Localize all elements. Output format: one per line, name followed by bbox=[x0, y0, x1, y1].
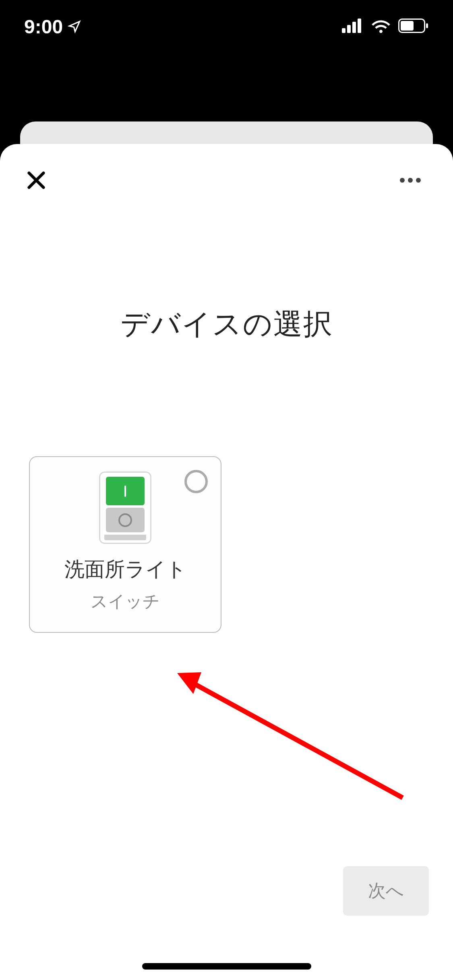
svg-rect-6 bbox=[426, 23, 428, 28]
page-title: デバイスの選択 bbox=[0, 305, 453, 344]
status-bar: 9:00 bbox=[0, 0, 453, 53]
modal-sheet: デバイスの選択 洗面所ライト スイッチ 次へ bbox=[0, 144, 453, 980]
cellular-signal-icon bbox=[342, 19, 364, 35]
location-icon bbox=[68, 16, 81, 38]
svg-rect-5 bbox=[401, 21, 414, 31]
close-button[interactable] bbox=[24, 168, 48, 192]
device-type: スイッチ bbox=[41, 590, 209, 613]
status-right bbox=[342, 19, 429, 35]
dot-icon bbox=[400, 178, 405, 183]
annotation-arrow-icon bbox=[173, 665, 415, 810]
sheet-header bbox=[0, 160, 453, 208]
device-card[interactable]: 洗面所ライト スイッチ bbox=[29, 456, 221, 633]
device-grid: 洗面所ライト スイッチ bbox=[0, 456, 453, 633]
svg-line-8 bbox=[189, 681, 403, 798]
svg-rect-0 bbox=[342, 28, 345, 33]
switch-device-icon bbox=[99, 471, 151, 544]
dot-icon bbox=[408, 178, 413, 183]
close-icon bbox=[25, 169, 47, 191]
svg-marker-9 bbox=[177, 672, 201, 694]
selection-radio[interactable] bbox=[184, 470, 208, 493]
status-time: 9:00 bbox=[24, 16, 63, 38]
battery-icon bbox=[398, 19, 429, 35]
status-left: 9:00 bbox=[24, 16, 81, 38]
more-menu-button[interactable] bbox=[392, 170, 429, 191]
device-name: 洗面所ライト bbox=[41, 556, 209, 583]
svg-rect-1 bbox=[347, 25, 351, 33]
next-button[interactable]: 次へ bbox=[343, 866, 429, 916]
dot-icon bbox=[416, 178, 421, 183]
wifi-icon bbox=[371, 19, 391, 35]
svg-rect-3 bbox=[358, 19, 361, 33]
svg-rect-2 bbox=[352, 22, 356, 33]
home-indicator[interactable] bbox=[142, 963, 311, 970]
